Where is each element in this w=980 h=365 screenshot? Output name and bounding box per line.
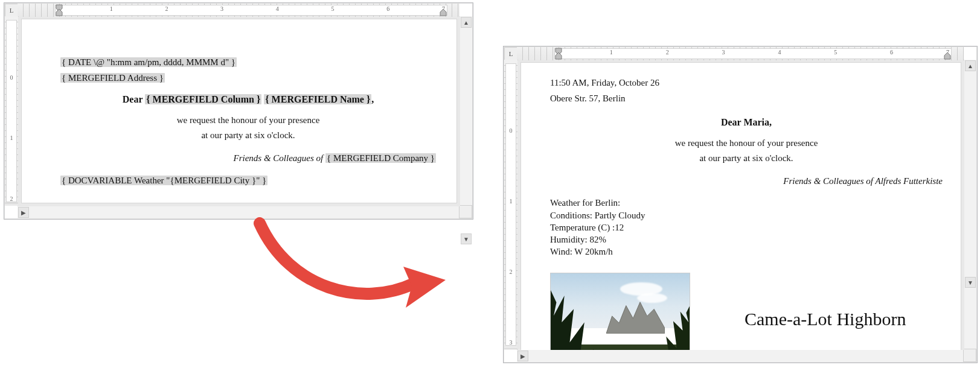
weather-wind: Wind: W 20km/h [550, 246, 943, 258]
weather-block: Weather for Berlin: Conditions: Partly C… [550, 197, 943, 258]
merged-address: Obere Str. 57, Berlin [550, 93, 943, 105]
vertical-ruler[interactable]: 0 1 2 [5, 16, 19, 206]
left-indent-marker[interactable] [554, 47, 563, 60]
scroll-up-arrow-icon[interactable]: ▲ [461, 17, 472, 28]
body-line-2: at our party at six o'clock. [60, 130, 436, 142]
weather-temperature: Temperature (C) :12 [550, 221, 943, 233]
transform-arrow-icon [254, 217, 453, 320]
merged-body-2: at our party at six o'clock. [550, 153, 943, 165]
docvariable-field-code: { DOCVARIABLE Weather "{MERGEFIELD City … [60, 176, 267, 185]
ruler-corner: L [504, 47, 517, 60]
horizontal-scrollbar[interactable]: ◀ ▶ [517, 349, 964, 362]
merged-datetime: 11:50 AM, Friday, October 26 [550, 77, 943, 89]
merged-signature: Friends & Colleagues of Alfreds Futterki… [550, 176, 943, 188]
date-field-line: { DATE \@ "h:mm am/pm, dddd, MMMM d" } [60, 57, 436, 69]
page-viewport: 11:50 AM, Friday, October 26 Obere Str. … [517, 60, 964, 350]
docvariable-line: { DOCVARIABLE Weather "{MERGEFIELD City … [60, 175, 436, 187]
landscape-photo [550, 273, 690, 350]
template-document-window: L 1234567 0 1 2 ▲ [4, 2, 473, 220]
svg-marker-10 [666, 301, 690, 350]
handwritten-signature: Came-a-Lot Highborn [745, 309, 906, 329]
vertical-scrollbar[interactable]: ▲ ▼ [460, 16, 472, 206]
scroll-right-arrow-icon[interactable]: ▶ [517, 351, 528, 361]
ruler-corner: L [5, 4, 18, 17]
horizontal-scrollbar[interactable]: ◀ ▶ [18, 206, 460, 218]
svg-marker-5 [556, 52, 562, 59]
svg-marker-1 [56, 9, 62, 16]
signature-prefix: Friends & Colleagues of [234, 153, 326, 163]
weather-conditions: Conditions: Partly Cloudy [550, 209, 943, 221]
address-field-line: { MERGEFIELD Address } [60, 72, 436, 84]
company-field-code: { MERGEFIELD Company } [325, 153, 436, 163]
vertical-ruler[interactable]: 0 1 2 3 [504, 60, 518, 349]
svg-marker-6 [944, 52, 950, 59]
svg-marker-9 [550, 282, 594, 350]
scroll-right-arrow-icon[interactable]: ▶ [18, 207, 29, 218]
weather-humidity: Humidity: 82% [550, 233, 943, 246]
right-indent-marker[interactable] [439, 4, 447, 17]
signature-line: Friends & Colleagues of { MERGEFIELD Com… [60, 153, 436, 165]
date-field-code: { DATE \@ "h:mm am/pm, dddd, MMMM d" } [60, 57, 237, 67]
svg-marker-2 [440, 9, 446, 16]
comparison-stage: L 1234567 0 1 2 ▲ [0, 0, 980, 365]
right-indent-marker[interactable] [943, 47, 952, 60]
template-page[interactable]: { DATE \@ "h:mm am/pm, dddd, MMMM d" } {… [22, 19, 456, 203]
column-field-code: { MERGEFIELD Column } [145, 94, 261, 104]
name-field-code: { MERGEFIELD Name } [264, 94, 371, 104]
merged-document-window: L 1234567 0 1 2 3 [503, 46, 978, 363]
merged-page[interactable]: 11:50 AM, Friday, October 26 Obere Str. … [521, 63, 961, 350]
salutation-suffix: , [371, 94, 374, 104]
horizontal-ruler[interactable]: 1234567 [18, 4, 460, 17]
scroll-down-arrow-icon[interactable]: ▼ [461, 233, 472, 244]
scroll-down-arrow-icon[interactable]: ▼ [965, 277, 976, 288]
horizontal-ruler[interactable]: 1234567 [517, 47, 964, 61]
scroll-up-arrow-icon[interactable]: ▲ [965, 60, 976, 71]
scroll-corner [459, 205, 472, 218]
left-indent-marker[interactable] [55, 4, 63, 17]
vertical-scrollbar[interactable]: ▲ ▼ [964, 60, 976, 349]
weather-city: Weather for Berlin: [550, 197, 943, 209]
body-line-1: we request the honour of your presence [60, 115, 436, 127]
salutation-line: Dear { MERGEFIELD Column } { MERGEFIELD … [60, 94, 436, 106]
salutation-prefix: Dear [123, 94, 145, 104]
merged-salutation: Dear Maria, [550, 116, 943, 129]
scroll-corner [963, 349, 976, 362]
page-viewport: { DATE \@ "h:mm am/pm, dddd, MMMM d" } {… [18, 17, 460, 206]
address-field-code: { MERGEFIELD Address } [60, 73, 165, 83]
merged-body-1: we request the honour of your presence [550, 138, 943, 150]
